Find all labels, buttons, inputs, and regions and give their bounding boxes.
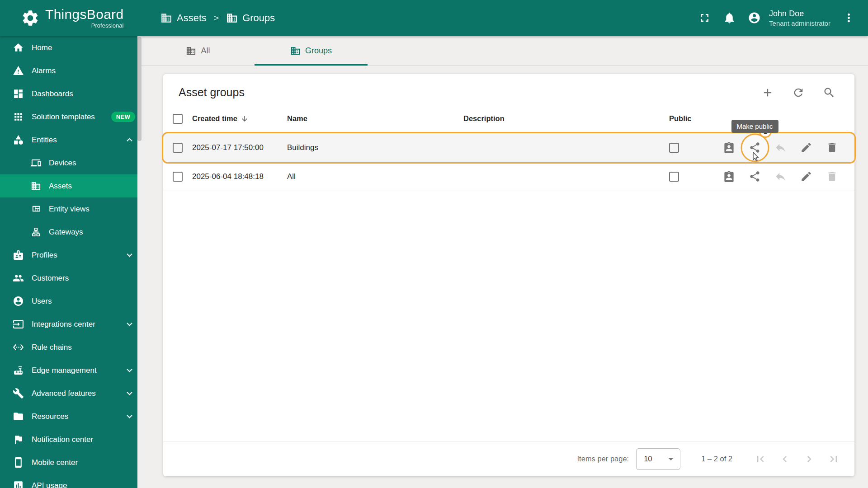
delete-button[interactable]: [826, 141, 838, 154]
wrench-icon: [13, 388, 24, 399]
breadcrumb: Assets > Groups: [160, 12, 275, 24]
cell-name: Buildings: [287, 143, 463, 152]
page-title: Asset groups: [179, 86, 245, 99]
public-checkbox[interactable]: [669, 143, 679, 153]
table-row-all[interactable]: 2025-06-04 18:48:18 All: [163, 162, 854, 191]
sidebar-item-label: Users: [32, 297, 52, 306]
tab-all[interactable]: All: [142, 36, 255, 66]
devices-icon: [31, 158, 41, 168]
logo-text: ThingsBoard Professional: [45, 7, 123, 28]
page-range-label: 1 – 2 of 2: [701, 455, 732, 463]
public-checkbox[interactable]: [669, 172, 679, 182]
sidebar-item-entities[interactable]: Entities: [0, 128, 142, 151]
smartphone-icon: [13, 457, 24, 468]
sidebar-item-label: Assets: [49, 182, 72, 191]
sidebar-item-label: Devices: [49, 159, 76, 168]
last-page-button[interactable]: [827, 453, 840, 465]
input-icon: [13, 319, 24, 330]
sidebar-item-users[interactable]: Users: [0, 290, 142, 313]
select-all-checkbox[interactable]: [173, 114, 183, 124]
account-circle-icon: [748, 11, 761, 24]
sidebar-item-gateways[interactable]: Gateways: [0, 221, 142, 244]
previous-page-button[interactable]: [778, 453, 791, 465]
delete-button[interactable]: [826, 170, 838, 183]
sidebar-item-advanced-features[interactable]: Advanced features: [0, 382, 142, 405]
sidebar-item-integrations-center[interactable]: Integrations center: [0, 313, 142, 336]
sidebar-item-notification-center[interactable]: Notification center: [0, 428, 142, 451]
sidebar-item-home[interactable]: Home: [0, 36, 142, 59]
sidebar-item-label: Edge management: [32, 366, 97, 375]
app-logo[interactable]: ThingsBoard Professional: [0, 7, 142, 28]
edit-button[interactable]: [800, 141, 812, 154]
breadcrumb-item-groups[interactable]: Groups: [226, 12, 275, 24]
column-header-description[interactable]: Description: [463, 114, 669, 123]
chevron-down-icon: [124, 411, 135, 422]
paginator: Items per page: 10 1 – 2 of 2: [163, 441, 854, 476]
breadcrumb-separator: >: [214, 13, 219, 23]
sidebar-item-label: Gateways: [49, 228, 83, 237]
sidebar-item-api-usage[interactable]: API usage: [0, 474, 142, 488]
plus-icon: [761, 86, 774, 99]
sidebar-item-entity-views[interactable]: Entity views: [0, 197, 142, 221]
column-header-public[interactable]: Public: [669, 114, 719, 123]
row-select-checkbox[interactable]: [173, 172, 183, 182]
paginator-nav: [754, 453, 840, 465]
add-group-button[interactable]: [761, 86, 774, 99]
row-actions: [719, 170, 854, 183]
logo-subtitle: Professional: [91, 23, 124, 29]
sidebar-item-mobile-center[interactable]: Mobile center: [0, 451, 142, 474]
fullscreen-button[interactable]: [698, 11, 711, 24]
sidebar-item-label: Alarms: [32, 66, 56, 75]
sidebar-item-devices[interactable]: Devices: [0, 151, 142, 174]
sidebar-item-label: Rule chains: [32, 343, 72, 352]
sidebar-item-dashboards[interactable]: Dashboards: [0, 82, 142, 105]
assignment-ind-icon: [723, 141, 735, 154]
category-icon: [13, 134, 24, 145]
group-users-button[interactable]: [723, 170, 735, 183]
trash-icon: [826, 141, 838, 154]
make-public-button[interactable]: [749, 170, 761, 183]
sidebar-item-alarms[interactable]: Alarms: [0, 59, 142, 82]
scrollbar-thumb[interactable]: [137, 37, 142, 141]
user-avatar[interactable]: [748, 11, 761, 24]
make-private-button[interactable]: [774, 170, 787, 183]
first-page-icon: [754, 453, 767, 465]
row-select-checkbox[interactable]: [173, 143, 183, 153]
sidebar-item-customers[interactable]: Customers: [0, 267, 142, 290]
search-button[interactable]: [823, 86, 835, 99]
top-bar: ThingsBoard Professional Assets > Groups…: [0, 0, 868, 36]
group-users-button[interactable]: [723, 141, 735, 154]
column-header-created-time[interactable]: Created time: [192, 114, 287, 123]
sidebar-item-solution-templates[interactable]: Solution templates NEW: [0, 105, 142, 128]
asset-groups-card: Asset groups Created time Name Descripti…: [163, 74, 854, 476]
sidebar-scrollbar[interactable]: [137, 36, 142, 488]
page-size-select[interactable]: 10: [636, 448, 680, 470]
domain-icon: [160, 12, 172, 24]
more-menu-button[interactable]: [842, 11, 855, 24]
breadcrumb-item-assets[interactable]: Assets: [160, 12, 207, 24]
annotation-focus-ring: Make public 1: [749, 141, 761, 154]
edit-button[interactable]: [800, 170, 812, 183]
chart-icon: [13, 480, 24, 488]
column-header-name[interactable]: Name: [287, 114, 463, 123]
notifications-button[interactable]: [723, 11, 736, 24]
chevron-down-icon: [124, 388, 135, 399]
sidebar-item-resources[interactable]: Resources: [0, 405, 142, 428]
domain-icon: [31, 181, 41, 191]
make-private-button[interactable]: [774, 141, 787, 154]
table-row-buildings[interactable]: 2025-07-17 17:50:00 Buildings Make publi…: [163, 133, 854, 162]
sidebar-item-label: Entity views: [49, 205, 90, 214]
sidebar-item-assets[interactable]: Assets: [0, 174, 142, 197]
bell-icon: [723, 11, 736, 24]
first-page-button[interactable]: [754, 453, 767, 465]
account-circle-icon: [13, 296, 24, 307]
refresh-button[interactable]: [792, 86, 805, 99]
next-page-button[interactable]: [803, 453, 816, 465]
domain-icon: [226, 12, 238, 24]
cell-name: All: [287, 172, 463, 181]
sidebar-item-edge-management[interactable]: Edge management: [0, 359, 142, 382]
sidebar-item-profiles[interactable]: Profiles: [0, 244, 142, 267]
folder-icon: [13, 411, 24, 422]
tab-groups[interactable]: Groups: [255, 36, 368, 66]
sidebar-item-rule-chains[interactable]: Rule chains: [0, 336, 142, 359]
